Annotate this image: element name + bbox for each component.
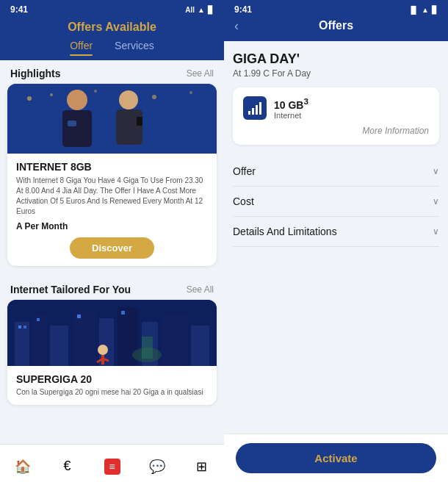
accordion-offer-label: Offer — [233, 165, 256, 177]
time-right: 9:41 — [234, 4, 252, 15]
card2-desc: Con la Supergiga 20 ogni mese hai 20 Gig… — [16, 387, 208, 398]
svg-point-9 — [119, 90, 138, 109]
nav-services[interactable]: ≡ — [104, 459, 120, 475]
battery-icon-right: ▊ — [432, 6, 438, 14]
wifi-icon-right: ▲ — [422, 6, 429, 14]
home-icon: 🏠 — [15, 459, 31, 475]
accordion-cost-label: Cost — [233, 195, 254, 207]
accordion-offer[interactable]: Offer ∨ — [233, 157, 439, 187]
svg-point-3 — [94, 90, 97, 93]
svg-point-6 — [67, 90, 87, 110]
services-icon: ≡ — [104, 459, 120, 475]
svg-rect-22 — [18, 326, 21, 328]
accordion-cost[interactable]: Cost ∨ — [233, 187, 439, 217]
highlights-see-all[interactable]: See All — [187, 68, 214, 79]
section2-header: Internet Tailored For You See All — [0, 276, 224, 300]
card1-illustration — [7, 84, 217, 154]
giga-icon — [243, 96, 267, 120]
battery-icon: ▊ — [208, 6, 214, 14]
signal-bars-icon — [248, 101, 262, 115]
svg-rect-32 — [142, 337, 153, 359]
svg-rect-23 — [24, 326, 26, 328]
accordion-details-chevron: ∨ — [433, 226, 439, 237]
svg-rect-0 — [7, 84, 217, 154]
left-page-title: Offers Available — [0, 18, 224, 40]
chat-icon: 💬 — [149, 459, 165, 475]
activate-button[interactable]: Activate — [236, 443, 436, 473]
svg-point-2 — [50, 93, 53, 96]
wifi-icon: ▲ — [198, 6, 205, 14]
more-info-text[interactable]: More Information — [362, 126, 429, 136]
accordion-details[interactable]: Details And Limitations ∨ — [233, 217, 439, 247]
section2-see-all[interactable]: See All — [187, 284, 214, 295]
right-page-title: Offers — [319, 19, 353, 32]
accordion-offer-chevron: ∨ — [433, 166, 439, 176]
svg-rect-13 — [15, 322, 29, 366]
svg-rect-34 — [252, 108, 254, 115]
highlights-label: Highlights — [10, 68, 60, 79]
right-bottom: Activate — [224, 434, 448, 485]
svg-point-1 — [27, 96, 32, 101]
signal-icon: ▐▌ — [408, 6, 419, 14]
svg-rect-7 — [62, 110, 92, 147]
status-icons-left: All ▲ ▊ — [185, 6, 214, 14]
card1-body: INTERNET 8GB With Internet 8 Giga You Ha… — [7, 154, 217, 266]
svg-rect-26 — [121, 311, 125, 315]
grid-icon: ⊞ — [194, 459, 210, 475]
card1-name: INTERNET 8GB — [16, 161, 208, 173]
status-bar-right: 9:41 ▐▌ ▲ ▊ — [224, 0, 448, 18]
svg-point-27 — [98, 345, 108, 355]
right-content: GIGA DAY' At 1.99 C For A Day 10 GB3 — [224, 41, 448, 434]
svg-rect-10 — [116, 109, 142, 145]
status-bar-left: 9:41 All ▲ ▊ — [0, 0, 224, 18]
nav-messages[interactable]: 💬 — [149, 459, 165, 475]
svg-rect-21 — [191, 326, 209, 366]
left-panel: 9:41 All ▲ ▊ Offers Available Offer Serv… — [0, 0, 224, 485]
section2-label: Internet Tailored For You — [10, 284, 131, 295]
svg-rect-14 — [33, 315, 46, 366]
svg-rect-25 — [77, 315, 81, 318]
more-info-row: More Information — [243, 126, 429, 136]
svg-rect-24 — [37, 318, 40, 321]
giga-amount: 10 GB3 — [274, 96, 308, 111]
card2-image — [7, 300, 217, 366]
left-content: Highlights See All — [0, 60, 224, 444]
svg-rect-36 — [259, 102, 261, 115]
right-panel: 9:41 ▐▌ ▲ ▊ ‹ Offers GIGA DAY' At 1.99 C… — [224, 0, 448, 485]
svg-rect-33 — [248, 111, 250, 115]
carrier-text: All — [185, 6, 195, 14]
giga-row: 10 GB3 Internet — [243, 96, 429, 120]
card2-illustration — [7, 300, 217, 366]
giga-info: 10 GB3 Internet — [274, 96, 308, 120]
nav-offers[interactable]: € — [59, 459, 76, 475]
svg-rect-15 — [50, 326, 68, 366]
right-nav-row: ‹ Offers — [224, 18, 448, 35]
nav-menu[interactable]: ⊞ — [194, 459, 210, 475]
bottom-nav: 🏠 € ≡ 💬 ⊞ — [0, 444, 224, 485]
supergiga-card: SUPERGIGA 20 Con la Supergiga 20 ogni me… — [7, 300, 217, 405]
giga-card: 10 GB3 Internet More Information — [233, 87, 439, 145]
svg-rect-35 — [256, 105, 258, 115]
discover-button[interactable]: Discover — [70, 237, 154, 259]
time-left: 9:41 — [10, 4, 28, 15]
status-icons-right: ▐▌ ▲ ▊ — [408, 6, 438, 14]
card2-name: SUPERGIGA 20 — [16, 373, 208, 385]
svg-rect-11 — [137, 117, 142, 126]
svg-rect-8 — [68, 121, 76, 126]
highlights-header: Highlights See All — [0, 60, 224, 84]
euro-icon: € — [59, 459, 76, 475]
right-header-bg: 9:41 ▐▌ ▲ ▊ ‹ Offers — [224, 0, 448, 41]
internet-card: INTERNET 8GB With Internet 8 Giga You Ha… — [7, 84, 217, 266]
tab-offer[interactable]: Offer — [70, 40, 93, 56]
tab-services[interactable]: Services — [115, 40, 154, 56]
giga-label: Internet — [274, 111, 308, 120]
nav-home[interactable]: 🏠 — [15, 459, 31, 475]
section2: Internet Tailored For You See All — [0, 273, 224, 405]
accordion-cost-chevron: ∨ — [433, 196, 439, 206]
offer-title: GIGA DAY' — [233, 51, 439, 67]
back-button[interactable]: ‹ — [234, 18, 239, 34]
svg-point-4 — [152, 95, 156, 99]
accordion-details-label: Details And Limitations — [233, 226, 337, 237]
svg-rect-16 — [73, 311, 95, 366]
card2-body: SUPERGIGA 20 Con la Supergiga 20 ogni me… — [7, 366, 217, 405]
